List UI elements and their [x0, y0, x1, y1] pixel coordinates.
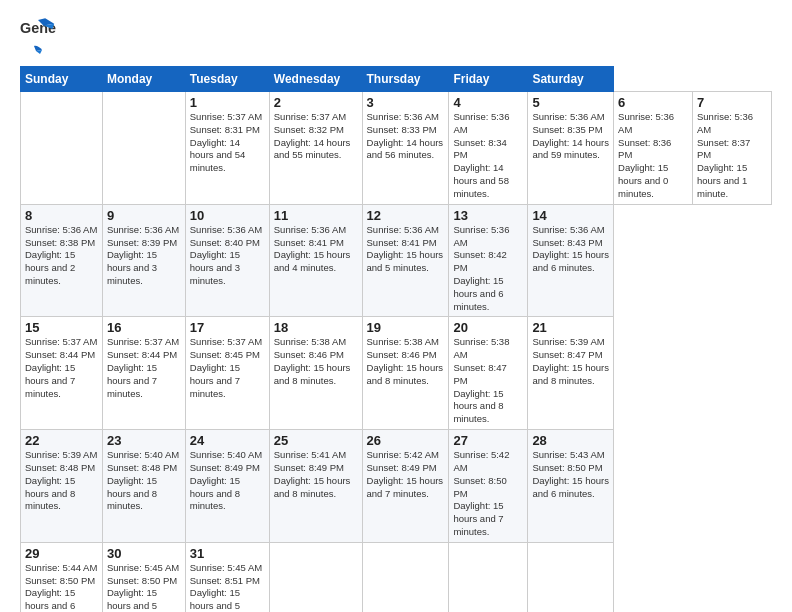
logo: General — [20, 16, 56, 58]
sunrise-text: Sunrise: 5:38 AM — [274, 336, 346, 347]
sunrise-text: Sunrise: 5:44 AM — [25, 562, 97, 573]
sunset-text: Sunset: 8:44 PM — [107, 349, 177, 360]
daylight-text: Daylight: 15 hours and 8 minutes. — [274, 475, 351, 499]
daylight-text: Daylight: 15 hours and 8 minutes. — [25, 475, 75, 512]
day-info: Sunrise: 5:40 AM Sunset: 8:49 PM Dayligh… — [190, 449, 265, 513]
weekday-header-cell: Saturday — [528, 67, 614, 92]
sunset-text: Sunset: 8:48 PM — [25, 462, 95, 473]
daylight-text: Daylight: 15 hours and 8 minutes. — [367, 362, 444, 386]
day-number: 18 — [274, 320, 358, 335]
day-number: 12 — [367, 208, 445, 223]
weekday-header-cell: Wednesday — [269, 67, 362, 92]
sunset-text: Sunset: 8:38 PM — [25, 237, 95, 248]
day-info: Sunrise: 5:44 AM Sunset: 8:50 PM Dayligh… — [25, 562, 98, 612]
calendar-day-cell — [102, 92, 185, 205]
calendar-day-cell: 28 Sunrise: 5:43 AM Sunset: 8:50 PM Dayl… — [528, 430, 614, 543]
day-number: 15 — [25, 320, 98, 335]
day-number: 21 — [532, 320, 609, 335]
day-number: 22 — [25, 433, 98, 448]
day-number: 7 — [697, 95, 767, 110]
weekday-header-cell: Sunday — [21, 67, 103, 92]
calendar-day-cell — [362, 542, 449, 612]
calendar-day-cell: 9 Sunrise: 5:36 AM Sunset: 8:39 PM Dayli… — [102, 204, 185, 317]
day-number: 31 — [190, 546, 265, 561]
sunset-text: Sunset: 8:50 PM — [25, 575, 95, 586]
daylight-text: Daylight: 15 hours and 8 minutes. — [453, 388, 503, 425]
calendar-table: SundayMondayTuesdayWednesdayThursdayFrid… — [20, 66, 772, 612]
sunrise-text: Sunrise: 5:36 AM — [618, 111, 674, 135]
sunset-text: Sunset: 8:49 PM — [274, 462, 344, 473]
sunrise-text: Sunrise: 5:38 AM — [453, 336, 509, 360]
day-info: Sunrise: 5:36 AM Sunset: 8:39 PM Dayligh… — [107, 224, 181, 288]
sunset-text: Sunset: 8:42 PM — [453, 249, 506, 273]
calendar-day-cell: 7 Sunrise: 5:36 AM Sunset: 8:37 PM Dayli… — [693, 92, 772, 205]
daylight-text: Daylight: 15 hours and 6 minutes. — [532, 249, 609, 273]
day-number: 20 — [453, 320, 523, 335]
daylight-text: Daylight: 15 hours and 5 minutes. — [190, 587, 240, 612]
day-info: Sunrise: 5:36 AM Sunset: 8:40 PM Dayligh… — [190, 224, 265, 288]
calendar-day-cell: 25 Sunrise: 5:41 AM Sunset: 8:49 PM Dayl… — [269, 430, 362, 543]
daylight-text: Daylight: 15 hours and 6 minutes. — [532, 475, 609, 499]
day-info: Sunrise: 5:42 AM Sunset: 8:49 PM Dayligh… — [367, 449, 445, 500]
sunset-text: Sunset: 8:48 PM — [107, 462, 177, 473]
calendar-day-cell: 8 Sunrise: 5:36 AM Sunset: 8:38 PM Dayli… — [21, 204, 103, 317]
sunset-text: Sunset: 8:47 PM — [453, 362, 506, 386]
calendar-day-cell: 6 Sunrise: 5:36 AM Sunset: 8:36 PM Dayli… — [614, 92, 693, 205]
day-number: 6 — [618, 95, 688, 110]
weekday-header-cell: Tuesday — [185, 67, 269, 92]
sunset-text: Sunset: 8:50 PM — [107, 575, 177, 586]
sunrise-text: Sunrise: 5:36 AM — [367, 224, 439, 235]
sunset-text: Sunset: 8:43 PM — [532, 237, 602, 248]
calendar-week-row: 1 Sunrise: 5:37 AM Sunset: 8:31 PM Dayli… — [21, 92, 772, 205]
sunrise-text: Sunrise: 5:40 AM — [107, 449, 179, 460]
calendar-day-cell: 2 Sunrise: 5:37 AM Sunset: 8:32 PM Dayli… — [269, 92, 362, 205]
calendar-day-cell: 13 Sunrise: 5:36 AM Sunset: 8:42 PM Dayl… — [449, 204, 528, 317]
weekday-header-cell: Friday — [449, 67, 528, 92]
calendar-day-cell: 23 Sunrise: 5:40 AM Sunset: 8:48 PM Dayl… — [102, 430, 185, 543]
calendar-day-cell: 18 Sunrise: 5:38 AM Sunset: 8:46 PM Dayl… — [269, 317, 362, 430]
daylight-text: Daylight: 14 hours and 55 minutes. — [274, 137, 351, 161]
sunset-text: Sunset: 8:46 PM — [274, 349, 344, 360]
sunset-text: Sunset: 8:51 PM — [190, 575, 260, 586]
day-info: Sunrise: 5:37 AM Sunset: 8:31 PM Dayligh… — [190, 111, 265, 175]
sunrise-text: Sunrise: 5:36 AM — [453, 224, 509, 248]
calendar-day-cell: 11 Sunrise: 5:36 AM Sunset: 8:41 PM Dayl… — [269, 204, 362, 317]
calendar-day-cell: 30 Sunrise: 5:45 AM Sunset: 8:50 PM Dayl… — [102, 542, 185, 612]
sunrise-text: Sunrise: 5:40 AM — [190, 449, 262, 460]
calendar-week-row: 15 Sunrise: 5:37 AM Sunset: 8:44 PM Dayl… — [21, 317, 772, 430]
sunrise-text: Sunrise: 5:36 AM — [453, 111, 509, 135]
day-info: Sunrise: 5:36 AM Sunset: 8:42 PM Dayligh… — [453, 224, 523, 314]
day-info: Sunrise: 5:39 AM Sunset: 8:47 PM Dayligh… — [532, 336, 609, 387]
day-number: 23 — [107, 433, 181, 448]
sunset-text: Sunset: 8:49 PM — [190, 462, 260, 473]
day-number: 16 — [107, 320, 181, 335]
daylight-text: Daylight: 15 hours and 4 minutes. — [274, 249, 351, 273]
weekday-header-cell: Thursday — [362, 67, 449, 92]
daylight-text: Daylight: 15 hours and 7 minutes. — [107, 362, 157, 399]
sunset-text: Sunset: 8:34 PM — [453, 137, 506, 161]
sunrise-text: Sunrise: 5:43 AM — [532, 449, 604, 460]
logo-bird-icon — [22, 44, 44, 62]
calendar-day-cell — [269, 542, 362, 612]
calendar-day-cell: 1 Sunrise: 5:37 AM Sunset: 8:31 PM Dayli… — [185, 92, 269, 205]
sunrise-text: Sunrise: 5:36 AM — [532, 224, 604, 235]
day-number: 27 — [453, 433, 523, 448]
header: General — [20, 16, 772, 58]
sunset-text: Sunset: 8:46 PM — [367, 349, 437, 360]
day-info: Sunrise: 5:36 AM Sunset: 8:34 PM Dayligh… — [453, 111, 523, 201]
sunset-text: Sunset: 8:41 PM — [274, 237, 344, 248]
day-info: Sunrise: 5:38 AM Sunset: 8:46 PM Dayligh… — [274, 336, 358, 387]
weekday-header-cell: Monday — [102, 67, 185, 92]
sunrise-text: Sunrise: 5:45 AM — [107, 562, 179, 573]
sunrise-text: Sunrise: 5:37 AM — [190, 336, 262, 347]
sunrise-text: Sunrise: 5:37 AM — [107, 336, 179, 347]
sunrise-text: Sunrise: 5:39 AM — [25, 449, 97, 460]
daylight-text: Daylight: 15 hours and 3 minutes. — [190, 249, 240, 286]
calendar-day-cell: 29 Sunrise: 5:44 AM Sunset: 8:50 PM Dayl… — [21, 542, 103, 612]
day-number: 11 — [274, 208, 358, 223]
sunrise-text: Sunrise: 5:37 AM — [25, 336, 97, 347]
day-info: Sunrise: 5:36 AM Sunset: 8:35 PM Dayligh… — [532, 111, 609, 162]
calendar-body: 1 Sunrise: 5:37 AM Sunset: 8:31 PM Dayli… — [21, 92, 772, 613]
sunrise-text: Sunrise: 5:36 AM — [532, 111, 604, 122]
day-number: 29 — [25, 546, 98, 561]
